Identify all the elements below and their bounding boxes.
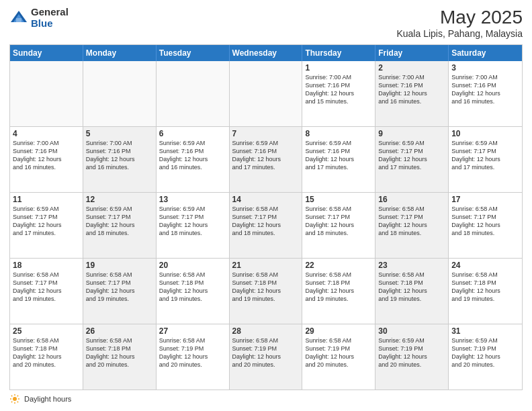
day-cell: 16Sunrise: 6:58 AM Sunset: 7:17 PM Dayli…: [375, 193, 449, 258]
day-info: Sunrise: 7:00 AM Sunset: 7:16 PM Dayligh…: [451, 73, 519, 106]
day-info: Sunrise: 6:58 AM Sunset: 7:18 PM Dayligh…: [305, 271, 372, 304]
day-number: 12: [86, 195, 153, 204]
day-cell: [10, 61, 83, 126]
day-cell: 10Sunrise: 6:59 AM Sunset: 7:17 PM Dayli…: [449, 127, 522, 192]
day-info: Sunrise: 6:58 AM Sunset: 7:17 PM Dayligh…: [305, 205, 372, 238]
day-cell: 18Sunrise: 6:58 AM Sunset: 7:17 PM Dayli…: [10, 259, 83, 324]
day-cell: 15Sunrise: 6:58 AM Sunset: 7:17 PM Dayli…: [302, 193, 375, 258]
logo-general-text: General: [31, 6, 69, 17]
day-info: Sunrise: 6:59 AM Sunset: 7:19 PM Dayligh…: [451, 336, 519, 369]
day-info: Sunrise: 6:59 AM Sunset: 7:17 PM Dayligh…: [159, 205, 226, 238]
day-header-saturday: Saturday: [449, 45, 522, 61]
day-number: 8: [305, 129, 372, 138]
month-year: May 2025: [396, 7, 523, 28]
day-info: Sunrise: 6:58 AM Sunset: 7:19 PM Dayligh…: [305, 336, 372, 369]
day-cell: 23Sunrise: 6:58 AM Sunset: 7:18 PM Dayli…: [375, 259, 449, 324]
day-cell: 8Sunrise: 6:59 AM Sunset: 7:16 PM Daylig…: [302, 127, 375, 192]
day-cell: 25Sunrise: 6:58 AM Sunset: 7:18 PM Dayli…: [10, 324, 83, 390]
day-cell: 29Sunrise: 6:58 AM Sunset: 7:19 PM Dayli…: [302, 324, 375, 390]
svg-rect-2: [16, 18, 21, 22]
weeks: 1Sunrise: 7:00 AM Sunset: 7:16 PM Daylig…: [10, 61, 522, 390]
logo-icon: [9, 9, 28, 28]
title-block: May 2025 Kuala Lipis, Pahang, Malaysia: [396, 7, 523, 39]
day-number: 19: [86, 261, 153, 270]
day-cell: 19Sunrise: 6:58 AM Sunset: 7:17 PM Dayli…: [83, 259, 157, 324]
week-row-5: 25Sunrise: 6:58 AM Sunset: 7:18 PM Dayli…: [10, 324, 522, 390]
day-info: Sunrise: 6:58 AM Sunset: 7:17 PM Dayligh…: [232, 205, 300, 238]
day-info: Sunrise: 6:59 AM Sunset: 7:17 PM Dayligh…: [13, 205, 80, 238]
day-cell: 13Sunrise: 6:59 AM Sunset: 7:17 PM Dayli…: [157, 193, 230, 258]
daylight-label: Daylight hours: [24, 395, 71, 403]
day-info: Sunrise: 6:58 AM Sunset: 7:18 PM Dayligh…: [378, 271, 445, 304]
day-number: 1: [305, 63, 372, 73]
day-number: 13: [159, 195, 226, 204]
day-info: Sunrise: 6:58 AM Sunset: 7:18 PM Dayligh…: [232, 271, 300, 304]
svg-line-8: [11, 396, 12, 396]
day-info: Sunrise: 6:59 AM Sunset: 7:16 PM Dayligh…: [305, 139, 372, 172]
day-cell: 24Sunrise: 6:58 AM Sunset: 7:18 PM Dayli…: [449, 259, 522, 324]
day-number: 29: [305, 326, 372, 336]
day-info: Sunrise: 6:58 AM Sunset: 7:17 PM Dayligh…: [378, 205, 445, 238]
day-number: 20: [159, 261, 226, 270]
sun-icon: [9, 394, 20, 404]
day-number: 30: [378, 326, 445, 336]
day-number: 10: [451, 129, 519, 138]
day-cell: 7Sunrise: 6:59 AM Sunset: 7:16 PM Daylig…: [230, 127, 303, 192]
svg-point-3: [13, 397, 17, 401]
day-cell: 21Sunrise: 6:58 AM Sunset: 7:18 PM Dayli…: [230, 259, 303, 324]
day-cell: 6Sunrise: 6:59 AM Sunset: 7:16 PM Daylig…: [157, 127, 230, 192]
day-number: 16: [378, 195, 445, 204]
location: Kuala Lipis, Pahang, Malaysia: [396, 28, 523, 39]
day-cell: [230, 61, 303, 126]
day-number: 31: [451, 326, 519, 336]
day-cell: 26Sunrise: 6:58 AM Sunset: 7:18 PM Dayli…: [83, 324, 157, 390]
day-number: 11: [13, 195, 80, 204]
week-row-1: 1Sunrise: 7:00 AM Sunset: 7:16 PM Daylig…: [10, 61, 522, 127]
day-info: Sunrise: 6:59 AM Sunset: 7:16 PM Dayligh…: [159, 139, 226, 172]
day-number: 27: [159, 326, 226, 336]
day-cell: 4Sunrise: 7:00 AM Sunset: 7:16 PM Daylig…: [10, 127, 83, 192]
day-info: Sunrise: 6:59 AM Sunset: 7:16 PM Dayligh…: [232, 139, 300, 172]
day-info: Sunrise: 6:58 AM Sunset: 7:18 PM Dayligh…: [86, 336, 153, 369]
day-headers: SundayMondayTuesdayWednesdayThursdayFrid…: [10, 45, 522, 61]
day-info: Sunrise: 6:59 AM Sunset: 7:17 PM Dayligh…: [86, 205, 153, 238]
day-header-monday: Monday: [83, 45, 157, 61]
header: General Blue May 2025 Kuala Lipis, Pahan…: [9, 7, 523, 39]
day-cell: 5Sunrise: 7:00 AM Sunset: 7:16 PM Daylig…: [83, 127, 157, 192]
day-cell: 22Sunrise: 6:58 AM Sunset: 7:18 PM Dayli…: [302, 259, 375, 324]
day-cell: 12Sunrise: 6:59 AM Sunset: 7:17 PM Dayli…: [83, 193, 157, 258]
day-header-friday: Friday: [375, 45, 449, 61]
day-cell: [83, 61, 157, 126]
day-number: 9: [378, 129, 445, 138]
day-info: Sunrise: 6:58 AM Sunset: 7:19 PM Dayligh…: [232, 336, 300, 369]
week-row-4: 18Sunrise: 6:58 AM Sunset: 7:17 PM Dayli…: [10, 259, 522, 324]
day-number: 25: [13, 326, 80, 336]
day-info: Sunrise: 7:00 AM Sunset: 7:16 PM Dayligh…: [86, 139, 153, 172]
day-number: 21: [232, 261, 300, 270]
day-info: Sunrise: 7:00 AM Sunset: 7:16 PM Dayligh…: [13, 139, 80, 172]
day-cell: 20Sunrise: 6:58 AM Sunset: 7:18 PM Dayli…: [157, 259, 230, 324]
day-number: 4: [13, 129, 80, 138]
day-cell: 1Sunrise: 7:00 AM Sunset: 7:16 PM Daylig…: [302, 61, 375, 126]
day-cell: 31Sunrise: 6:59 AM Sunset: 7:19 PM Dayli…: [449, 324, 522, 390]
day-info: Sunrise: 6:58 AM Sunset: 7:17 PM Dayligh…: [86, 271, 153, 304]
day-cell: 9Sunrise: 6:59 AM Sunset: 7:17 PM Daylig…: [375, 127, 449, 192]
day-number: 26: [86, 326, 153, 336]
day-info: Sunrise: 6:58 AM Sunset: 7:18 PM Dayligh…: [159, 271, 226, 304]
day-cell: 17Sunrise: 6:58 AM Sunset: 7:17 PM Dayli…: [449, 193, 522, 258]
day-header-thursday: Thursday: [302, 45, 375, 61]
page-container: General Blue May 2025 Kuala Lipis, Pahan…: [0, 0, 532, 411]
day-info: Sunrise: 6:58 AM Sunset: 7:18 PM Dayligh…: [13, 336, 80, 369]
day-number: 15: [305, 195, 372, 204]
day-number: 24: [451, 261, 519, 270]
svg-line-10: [17, 396, 18, 396]
week-row-3: 11Sunrise: 6:59 AM Sunset: 7:17 PM Dayli…: [10, 193, 522, 259]
logo-blue-text: Blue: [31, 17, 53, 29]
day-number: 28: [232, 326, 300, 336]
day-header-tuesday: Tuesday: [157, 45, 230, 61]
day-cell: [157, 61, 230, 126]
day-info: Sunrise: 6:58 AM Sunset: 7:19 PM Dayligh…: [159, 336, 226, 369]
day-number: 14: [232, 195, 300, 204]
day-header-wednesday: Wednesday: [230, 45, 303, 61]
day-number: 18: [13, 261, 80, 270]
